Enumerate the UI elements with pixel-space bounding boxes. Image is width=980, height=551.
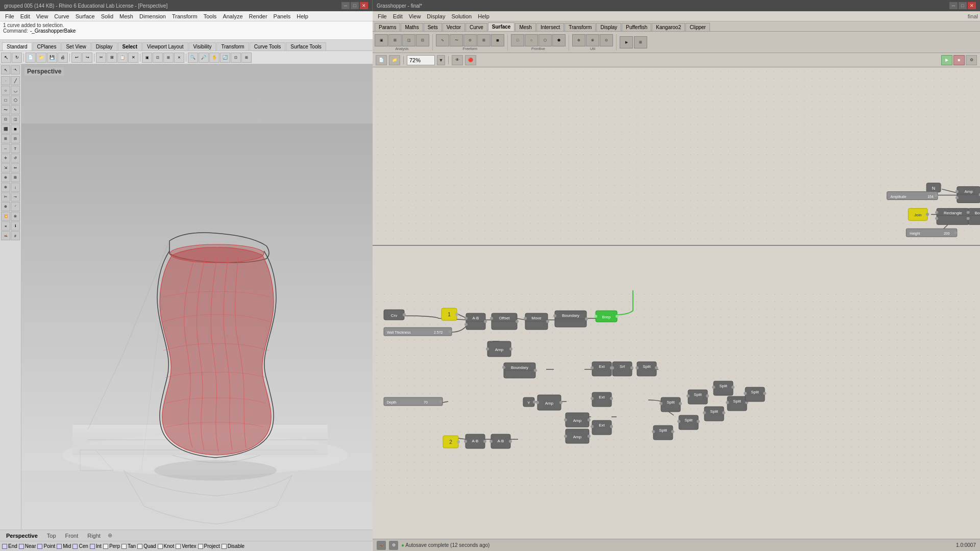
tab-display[interactable]: Display — [91, 42, 117, 51]
gh-icon-17[interactable]: ▶ — [620, 36, 633, 48]
gh-icon-6[interactable]: 〜 — [450, 34, 463, 46]
tb-pan[interactable]: ✋ — [209, 53, 219, 63]
tool-select-arrow[interactable]: ↖ — [1, 65, 10, 74]
gh-tab-vector[interactable]: Vector — [443, 23, 465, 31]
tool-grasshopper[interactable]: 🦗 — [1, 231, 10, 240]
tool-polygon[interactable]: ⬡ — [11, 95, 20, 105]
tool-rotate3d[interactable]: ↺ — [11, 154, 20, 163]
menu-transform[interactable]: Transform — [169, 13, 201, 20]
tool-mesh2[interactable]: ⊟ — [11, 134, 20, 143]
gh-tab-surface[interactable]: Surface — [488, 22, 515, 31]
tb-zoom-out[interactable]: 🔎 — [199, 53, 209, 63]
gh-tab-kangaroo2[interactable]: Kangaroo2 — [652, 23, 685, 31]
tb-redo[interactable]: ↪ — [82, 53, 92, 63]
rhino-close-btn[interactable]: ✕ — [360, 2, 368, 9]
tb-delete[interactable]: ✕ — [128, 53, 138, 63]
gh-icon-9[interactable]: ◼ — [491, 34, 504, 46]
tool-move[interactable]: ✛ — [1, 154, 10, 163]
tool-nurbs[interactable]: ∿ — [11, 105, 20, 114]
tab-cplanes[interactable]: CPlanes — [33, 42, 61, 51]
gh-menu-help[interactable]: Help — [475, 13, 493, 20]
gh-view-btn2[interactable]: 🔴 — [465, 55, 476, 65]
tb-extents[interactable]: ⊡ — [231, 53, 241, 63]
tab-curve-tools[interactable]: Curve Tools — [250, 42, 286, 51]
tool-solid2[interactable]: ◼ — [11, 124, 20, 134]
tab-setview[interactable]: Set View — [61, 42, 90, 51]
gh-btn-settings[interactable]: ⚙ — [966, 55, 977, 65]
tb-undo[interactable]: ↩ — [71, 53, 82, 63]
tab-surface-tools[interactable]: Surface Tools — [286, 42, 326, 51]
rhino-maximize-btn[interactable]: □ — [351, 2, 359, 9]
gh-icon-16[interactable]: ⊙ — [600, 34, 613, 46]
tool-trim[interactable]: ✄ — [1, 192, 10, 202]
menu-solid[interactable]: Solid — [98, 13, 116, 20]
tb-window[interactable]: ⊡ — [153, 53, 163, 63]
menu-mesh[interactable]: Mesh — [116, 13, 136, 20]
tool-select-pts[interactable]: ·↖ — [11, 65, 20, 74]
tool-gumball[interactable]: ⊕ — [1, 183, 10, 192]
tb-print[interactable]: 🖨 — [58, 53, 68, 63]
gh-icon-18[interactable]: ⊞ — [634, 36, 647, 48]
tb-save[interactable]: 💾 — [47, 53, 57, 63]
tb-select-all[interactable]: ▣ — [142, 53, 152, 63]
tool-arc[interactable]: ◡ — [11, 86, 20, 95]
vp-tab-top[interactable]: Top — [43, 532, 60, 539]
rhino-minimize-btn[interactable]: ─ — [341, 2, 350, 9]
tb-zoom-in[interactable]: 🔍 — [188, 53, 198, 63]
tool-fillet[interactable]: ◜ — [11, 202, 20, 211]
gh-minimize-btn[interactable]: ─ — [949, 2, 958, 9]
gh-menu-edit[interactable]: Edit — [390, 13, 406, 20]
gh-icon-3[interactable]: ◫ — [402, 34, 415, 46]
gh-tab-intersect[interactable]: Intersect — [536, 23, 564, 31]
tab-standard[interactable]: Standard — [2, 42, 32, 51]
snap-point[interactable]: Point — [37, 543, 55, 549]
rhino-viewport[interactable]: Perspective — [21, 64, 373, 530]
snap-project[interactable]: Project — [198, 543, 220, 549]
menu-render[interactable]: Render — [246, 13, 271, 20]
snap-vertex[interactable]: Vertex — [176, 543, 196, 549]
tool-circle[interactable]: ○ — [1, 86, 10, 95]
tool-rect[interactable]: □ — [1, 95, 10, 105]
vp-tab-perspective[interactable]: Perspective — [2, 532, 42, 539]
gh-upper-canvas[interactable]: N Amp Amplitude 154 — [373, 67, 980, 246]
viewport-perspective-label[interactable]: Perspective — [24, 67, 64, 76]
snap-end[interactable]: End — [2, 543, 17, 549]
tool-mesh1[interactable]: ⊞ — [1, 134, 10, 143]
menu-surface[interactable]: Surface — [72, 13, 98, 20]
gh-icon-10[interactable]: □ — [511, 34, 524, 46]
tool-mirror[interactable]: ⇔ — [11, 163, 20, 172]
gh-tab-clipper[interactable]: Clipper — [685, 23, 710, 31]
snap-quad[interactable]: Quad — [137, 543, 156, 549]
snap-tan[interactable]: Tan — [121, 543, 136, 549]
vp-tab-front[interactable]: Front — [61, 532, 83, 539]
gh-close-btn[interactable]: ✕ — [968, 2, 976, 9]
vp-tab-add[interactable]: ⊕ — [106, 532, 114, 539]
gh-icon-4[interactable]: ⊡ — [416, 34, 429, 46]
tool-text[interactable]: T — [11, 144, 20, 153]
gh-tab-maths[interactable]: Maths — [401, 23, 423, 31]
gh-zoom-btn[interactable]: ▼ — [437, 55, 445, 65]
tb-rotate-3d[interactable]: 🔄 — [220, 53, 230, 63]
tool-explode[interactable]: 💥 — [1, 212, 10, 221]
gh-icon-12[interactable]: ⬡ — [538, 34, 552, 46]
gh-maximize-btn[interactable]: □ — [959, 2, 967, 9]
tb-open[interactable]: 📁 — [36, 53, 46, 63]
tb-rotate[interactable]: ↻ — [12, 53, 22, 63]
tab-transform[interactable]: Transform — [216, 42, 249, 51]
tb-new[interactable]: 📄 — [26, 53, 36, 63]
snap-knot[interactable]: Knot — [158, 543, 175, 549]
tb-display-modes[interactable]: ⊞ — [241, 53, 252, 63]
tool-copy2[interactable]: ⊕ — [1, 173, 10, 182]
gh-view-btn1[interactable]: 👁 — [452, 55, 463, 65]
menu-view[interactable]: View — [33, 13, 52, 20]
tool-solid1[interactable]: ⬛ — [1, 124, 10, 134]
tab-visibility[interactable]: Visibility — [189, 42, 216, 51]
gh-btn-play[interactable]: ▶ — [941, 55, 952, 65]
gh-icon-2[interactable]: ⊞ — [388, 34, 402, 46]
vp-tab-right[interactable]: Right — [83, 532, 105, 539]
menu-analyze[interactable]: Analyze — [219, 13, 246, 20]
tool-setpt[interactable]: ↕ — [11, 183, 20, 192]
gh-tab-mesh[interactable]: Mesh — [515, 23, 535, 31]
gh-btn-stop[interactable]: ■ — [953, 55, 965, 65]
gh-menu-solution[interactable]: Solution — [448, 13, 475, 20]
